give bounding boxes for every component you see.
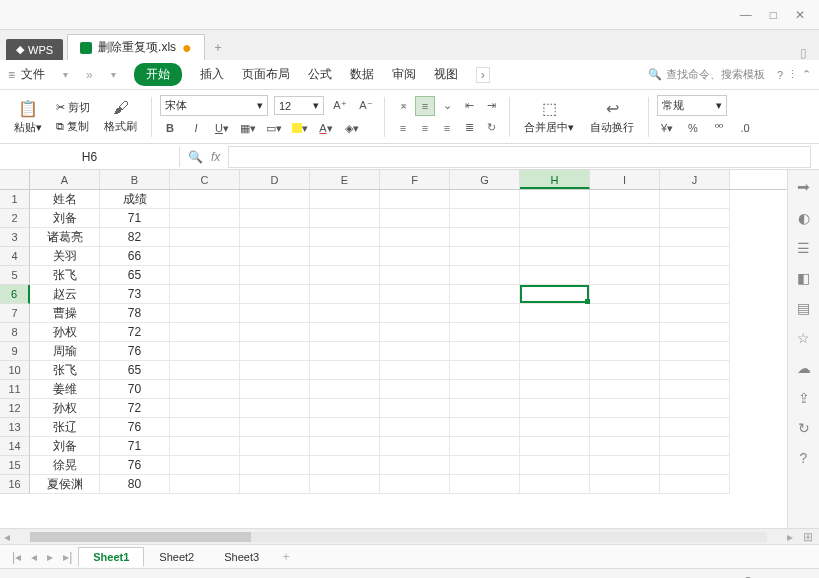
cell[interactable] [240, 304, 310, 323]
cell[interactable] [590, 209, 660, 228]
cell[interactable] [310, 437, 380, 456]
currency-button[interactable]: ¥▾ [657, 118, 677, 138]
tab-data[interactable]: 数据 [350, 66, 374, 83]
cell[interactable] [380, 304, 450, 323]
row-header[interactable]: 8 [0, 323, 30, 342]
cell[interactable] [310, 247, 380, 266]
cell[interactable] [380, 399, 450, 418]
cell[interactable] [520, 418, 590, 437]
cell[interactable] [240, 190, 310, 209]
cell[interactable] [170, 228, 240, 247]
horizontal-scrollbar[interactable]: ◂ ▸ ⊞ [0, 528, 819, 544]
cell[interactable] [310, 209, 380, 228]
cell[interactable]: 赵云 [30, 285, 100, 304]
cell[interactable]: 66 [100, 247, 170, 266]
align-right[interactable]: ≡ [437, 118, 457, 138]
cell[interactable] [590, 228, 660, 247]
row-header[interactable]: 5 [0, 266, 30, 285]
cell[interactable] [520, 285, 590, 304]
number-format-combo[interactable]: 常规▾ [657, 95, 727, 116]
cell[interactable] [450, 247, 520, 266]
align-middle[interactable]: ≡ [415, 96, 435, 116]
phonetic-button[interactable]: ◈▾ [342, 118, 362, 138]
cell[interactable] [450, 342, 520, 361]
bold-button[interactable]: B [160, 118, 180, 138]
cell[interactable] [520, 475, 590, 494]
cell[interactable] [380, 228, 450, 247]
cell[interactable] [310, 285, 380, 304]
cell[interactable] [520, 342, 590, 361]
font-family-combo[interactable]: 宋体▾ [160, 95, 268, 116]
row-header[interactable]: 7 [0, 304, 30, 323]
indent-decrease[interactable]: ⇤ [459, 96, 479, 116]
cell[interactable] [240, 437, 310, 456]
cell[interactable] [380, 380, 450, 399]
cell[interactable] [520, 266, 590, 285]
analysis-icon[interactable]: ◧ [797, 270, 810, 286]
cell[interactable]: 徐晃 [30, 456, 100, 475]
cell[interactable] [450, 323, 520, 342]
cell[interactable]: 关羽 [30, 247, 100, 266]
sheet-nav-prev[interactable]: ◂ [27, 550, 41, 564]
row-header[interactable]: 15 [0, 456, 30, 475]
name-box[interactable]: H6 [0, 147, 180, 167]
cell[interactable] [590, 304, 660, 323]
orientation[interactable]: ↻ [481, 118, 501, 138]
row-header[interactable]: 3 [0, 228, 30, 247]
cell[interactable]: 71 [100, 437, 170, 456]
cell[interactable] [170, 361, 240, 380]
cell[interactable] [240, 399, 310, 418]
sheet-nav-next[interactable]: ▸ [43, 550, 57, 564]
cell[interactable] [170, 266, 240, 285]
cell[interactable] [240, 209, 310, 228]
cell[interactable] [590, 437, 660, 456]
cell[interactable] [240, 323, 310, 342]
cloud-icon[interactable]: ☁ [797, 360, 811, 376]
copy-button[interactable]: ⧉复制 [52, 118, 94, 135]
cell[interactable] [660, 209, 730, 228]
cell[interactable] [450, 266, 520, 285]
collapse-ribbon[interactable]: ⌃ [802, 68, 811, 81]
search-fx-icon[interactable]: 🔍 [188, 150, 203, 164]
cell[interactable] [450, 399, 520, 418]
cell[interactable] [380, 437, 450, 456]
cell[interactable] [310, 361, 380, 380]
minimize-button[interactable]: — [740, 8, 752, 22]
cell[interactable] [380, 456, 450, 475]
cell-style-button[interactable]: ▭▾ [264, 118, 284, 138]
sheet-nav-last[interactable]: ▸| [59, 550, 76, 564]
row-header[interactable]: 10 [0, 361, 30, 380]
cell[interactable] [450, 361, 520, 380]
cell[interactable]: 80 [100, 475, 170, 494]
select-tool-icon[interactable]: ◐ [798, 210, 810, 226]
properties-icon[interactable]: ☰ [797, 240, 810, 256]
column-header[interactable]: C [170, 170, 240, 189]
cell[interactable]: 夏侯渊 [30, 475, 100, 494]
indent-increase[interactable]: ⇥ [481, 96, 501, 116]
cell[interactable] [660, 380, 730, 399]
cell[interactable] [450, 418, 520, 437]
maximize-button[interactable]: □ [770, 8, 777, 22]
cell[interactable] [520, 361, 590, 380]
row-header[interactable]: 1 [0, 190, 30, 209]
cell[interactable]: 刘备 [30, 437, 100, 456]
cell[interactable] [240, 266, 310, 285]
cell[interactable] [590, 456, 660, 475]
cell[interactable] [450, 437, 520, 456]
sheet-tab[interactable]: Sheet2 [144, 547, 209, 567]
row-header[interactable]: 16 [0, 475, 30, 494]
cell[interactable] [310, 266, 380, 285]
cell[interactable]: 曹操 [30, 304, 100, 323]
cell[interactable]: 76 [100, 456, 170, 475]
column-header[interactable]: B [100, 170, 170, 189]
tab-list-button[interactable]: ▯ [800, 46, 819, 60]
cell[interactable] [170, 380, 240, 399]
cell[interactable]: 76 [100, 418, 170, 437]
cell[interactable] [660, 456, 730, 475]
cell[interactable] [240, 475, 310, 494]
cursor-icon[interactable]: ⮕ [797, 180, 811, 196]
row-header[interactable]: 2 [0, 209, 30, 228]
cell[interactable] [310, 380, 380, 399]
border-button[interactable]: ▦▾ [238, 118, 258, 138]
row-header[interactable]: 11 [0, 380, 30, 399]
